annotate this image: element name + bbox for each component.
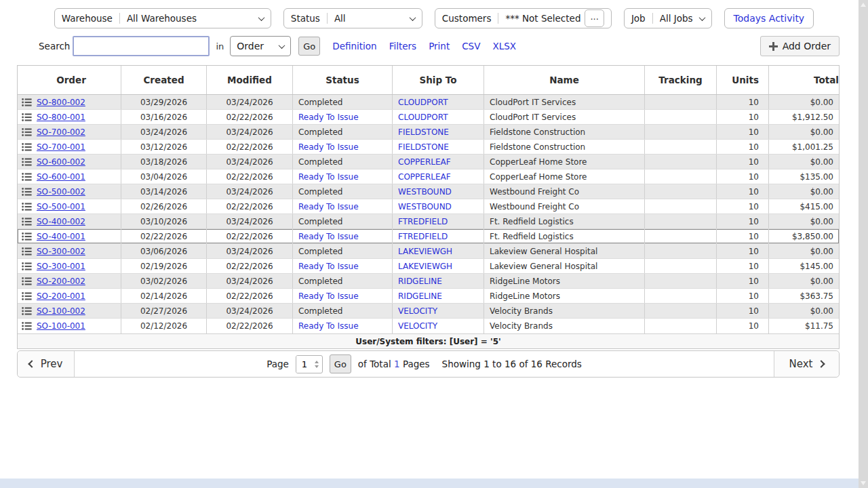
ship-to-link[interactable]: LAKEVIEWGH xyxy=(398,262,452,271)
chevron-down-icon xyxy=(698,14,705,21)
order-cell: SO-500-002 xyxy=(18,184,121,199)
ship-to-link[interactable]: COPPERLEAF xyxy=(398,172,451,182)
order-link[interactable]: SO-200-001 xyxy=(37,291,85,301)
list-icon[interactable] xyxy=(22,307,32,315)
export-link-xlsx[interactable]: XLSX xyxy=(492,41,516,52)
order-link[interactable]: SO-700-002 xyxy=(37,127,85,137)
header-order[interactable]: Order xyxy=(18,66,121,94)
ship-to-link[interactable]: FIELDSTONE xyxy=(398,142,449,152)
vertical-scrollbar[interactable] xyxy=(859,0,868,488)
total-cell: $0.00 xyxy=(769,125,839,139)
scrollbar-down-icon xyxy=(861,481,866,485)
list-icon[interactable] xyxy=(22,173,32,181)
ship-to-link[interactable]: VELOCITY xyxy=(398,321,437,331)
status-filter-label: Status xyxy=(291,13,320,24)
order-link[interactable]: SO-200-002 xyxy=(37,277,85,286)
plus-icon xyxy=(769,42,778,51)
warehouse-filter-value: All Warehouses xyxy=(127,13,259,24)
header-status[interactable]: Status xyxy=(293,66,393,94)
order-link[interactable]: SO-100-002 xyxy=(37,306,85,316)
ship-to-link[interactable]: WESTBOUND xyxy=(398,202,452,211)
units-cell: 10 xyxy=(717,95,769,109)
order-link[interactable]: SO-400-001 xyxy=(37,232,85,241)
page-number-field[interactable] xyxy=(296,356,313,373)
header-name[interactable]: Name xyxy=(484,66,645,94)
add-order-button[interactable]: Add Order xyxy=(760,36,840,56)
order-link[interactable]: SO-300-001 xyxy=(37,262,85,271)
ship-to-link[interactable]: FTREDFIELD xyxy=(398,232,448,241)
order-link[interactable]: SO-800-001 xyxy=(37,113,85,122)
warehouse-filter[interactable]: Warehouse All Warehouses xyxy=(54,8,271,28)
next-button[interactable]: Next xyxy=(774,351,839,377)
export-link-filters[interactable]: Filters xyxy=(389,41,416,52)
list-icon[interactable] xyxy=(22,322,32,330)
list-icon[interactable] xyxy=(22,232,32,241)
modified-cell: 03/24/2026 xyxy=(207,274,293,288)
export-link-definition[interactable]: Definition xyxy=(332,41,376,52)
job-filter[interactable]: Job All Jobs xyxy=(624,8,712,28)
next-button-label: Next xyxy=(789,358,813,370)
name-cell: Lakeview General Hospital xyxy=(484,244,645,258)
page-go-button[interactable]: Go xyxy=(330,354,351,373)
list-icon[interactable] xyxy=(22,203,32,211)
list-icon[interactable] xyxy=(22,247,32,256)
tracking-cell xyxy=(645,244,717,258)
order-link[interactable]: SO-800-002 xyxy=(37,98,85,107)
status-cell: Ready To Issue xyxy=(293,319,393,333)
status-filter[interactable]: Status All xyxy=(283,8,422,28)
list-icon[interactable] xyxy=(22,188,32,196)
ship-to-link[interactable]: LAKEVIEWGH xyxy=(398,247,452,256)
ship-to-link[interactable]: RIDGELINE xyxy=(398,277,442,286)
order-link[interactable]: SO-100-001 xyxy=(37,321,85,331)
list-icon[interactable] xyxy=(22,98,32,106)
header-created[interactable]: Created xyxy=(121,66,207,94)
order-link[interactable]: SO-300-002 xyxy=(37,247,85,256)
list-icon[interactable] xyxy=(22,292,32,300)
page-number-input[interactable] xyxy=(296,355,323,373)
ship-to-link[interactable]: RIDGELINE xyxy=(398,291,442,301)
table-row: SO-200-001 02/14/2026 02/22/2026 Ready T… xyxy=(18,289,839,304)
ship-to-link[interactable]: FTREDFIELD xyxy=(398,217,448,226)
order-cell: SO-700-002 xyxy=(18,125,121,139)
ship-to-link[interactable]: FIELDSTONE xyxy=(398,127,449,137)
order-link[interactable]: SO-500-002 xyxy=(37,187,85,197)
todays-activity-button[interactable]: Todays Activity xyxy=(724,8,814,28)
ship-to-link[interactable]: COPPERLEAF xyxy=(398,157,451,167)
order-link[interactable]: SO-600-001 xyxy=(37,172,85,182)
list-icon[interactable] xyxy=(22,113,32,121)
list-icon[interactable] xyxy=(22,128,32,136)
search-go-button[interactable]: Go xyxy=(298,37,320,56)
order-link[interactable]: SO-400-002 xyxy=(37,217,85,226)
page-number-spinner[interactable] xyxy=(313,356,321,373)
header-total[interactable]: Total xyxy=(769,66,839,94)
ship-to-link[interactable]: CLOUDPORT xyxy=(398,98,448,107)
list-icon[interactable] xyxy=(22,143,32,151)
created-cell: 03/16/2026 xyxy=(121,110,207,124)
header-ship-to[interactable]: Ship To xyxy=(393,66,484,94)
header-modified[interactable]: Modified xyxy=(207,66,293,94)
export-link-print[interactable]: Print xyxy=(429,41,450,52)
list-icon[interactable] xyxy=(22,277,32,285)
total-cell: $0.00 xyxy=(769,274,839,288)
list-icon[interactable] xyxy=(22,158,32,166)
customers-more-button[interactable]: ... xyxy=(585,9,604,27)
header-units[interactable]: Units xyxy=(717,66,769,94)
ship-to-link[interactable]: VELOCITY xyxy=(398,306,437,316)
list-icon[interactable] xyxy=(22,262,32,270)
prev-button[interactable]: Prev xyxy=(18,351,75,377)
prev-button-label: Prev xyxy=(41,358,63,370)
name-cell: Velocity Brands xyxy=(484,304,645,318)
list-icon[interactable] xyxy=(22,218,32,226)
order-link[interactable]: SO-500-001 xyxy=(37,202,85,211)
order-link[interactable]: SO-700-001 xyxy=(37,142,85,152)
ship-to-link[interactable]: CLOUDPORT xyxy=(398,113,448,122)
customers-filter[interactable]: Customers *** Not Selected ... xyxy=(435,8,612,28)
search-in-select[interactable]: Order xyxy=(230,36,291,56)
header-tracking[interactable]: Tracking xyxy=(645,66,717,94)
modified-cell: 03/24/2026 xyxy=(207,95,293,109)
search-input[interactable] xyxy=(73,36,210,56)
name-cell: CopperLeaf Home Store xyxy=(484,155,645,169)
ship-to-link[interactable]: WESTBOUND xyxy=(398,187,452,197)
order-link[interactable]: SO-600-002 xyxy=(37,157,85,167)
export-link-csv[interactable]: CSV xyxy=(462,41,480,52)
